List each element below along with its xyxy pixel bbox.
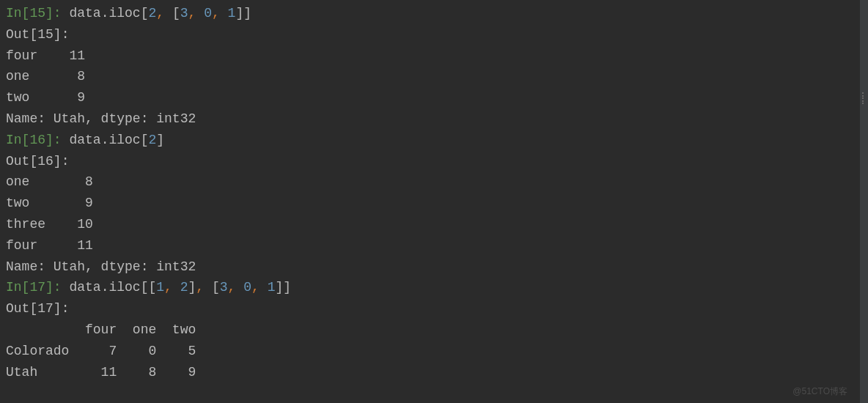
comma: ,: [188, 6, 196, 21]
table-row: Colorado 7 0 5: [6, 341, 854, 362]
in-prompt: In[15]:: [6, 6, 62, 21]
number-literal: 2: [148, 133, 156, 147]
terminal-output: In[15]: data.iloc[2, [3, 0, 1]] Out[15]:…: [0, 0, 860, 403]
input-line: In[17]: data.iloc[[1, 2], [3, 0, 1]]: [6, 277, 854, 298]
out-prompt: Out[16]:: [6, 154, 69, 169]
comma: ,: [251, 280, 260, 295]
watermark-text: @51CTO博客: [792, 385, 847, 399]
number-literal: 2: [180, 280, 188, 295]
number-literal: 0: [243, 280, 251, 295]
code-text: data.iloc[: [69, 6, 148, 21]
number-literal: 3: [220, 280, 228, 295]
code-text: data.iloc[[: [69, 280, 156, 295]
out-prompt: Out[15]:: [6, 27, 69, 42]
comma: ,: [164, 280, 172, 295]
output-row: two 9: [6, 193, 854, 214]
output-row: one 8: [6, 171, 854, 193]
output-row: four 11: [6, 235, 854, 256]
comma: ,: [156, 6, 164, 21]
output-prompt-line: Out[16]:: [6, 151, 854, 172]
number-literal: 0: [204, 6, 212, 21]
number-literal: 1: [268, 280, 276, 295]
table-header: four one two: [6, 319, 854, 341]
output-row: three 10: [6, 214, 854, 235]
out-prompt: Out[17]:: [6, 301, 69, 316]
number-literal: 3: [180, 6, 188, 21]
input-line: In[15]: data.iloc[2, [3, 0, 1]]: [6, 3, 854, 24]
scrollbar[interactable]: [860, 0, 868, 403]
table-row: Utah 11 8 9: [6, 362, 854, 383]
comma: ,: [212, 6, 220, 21]
output-row: one 8: [6, 66, 854, 87]
scrollbar-grip-icon: [862, 92, 866, 104]
output-row: four 11: [6, 45, 854, 67]
comma: ,: [196, 280, 204, 295]
output-row: two 9: [6, 87, 854, 108]
output-footer: Name: Utah, dtype: int32: [6, 108, 854, 130]
code-text: data.iloc[: [69, 133, 148, 147]
number-literal: 1: [228, 6, 236, 21]
output-prompt-line: Out[15]:: [6, 24, 854, 45]
in-prompt: In[16]:: [6, 133, 62, 147]
input-line: In[16]: data.iloc[2]: [6, 130, 854, 151]
number-literal: 2: [148, 6, 156, 21]
output-prompt-line: Out[17]:: [6, 298, 854, 319]
output-footer: Name: Utah, dtype: int32: [6, 256, 854, 278]
number-literal: 1: [156, 280, 164, 295]
comma: ,: [228, 280, 236, 295]
in-prompt: In[17]:: [6, 280, 62, 295]
